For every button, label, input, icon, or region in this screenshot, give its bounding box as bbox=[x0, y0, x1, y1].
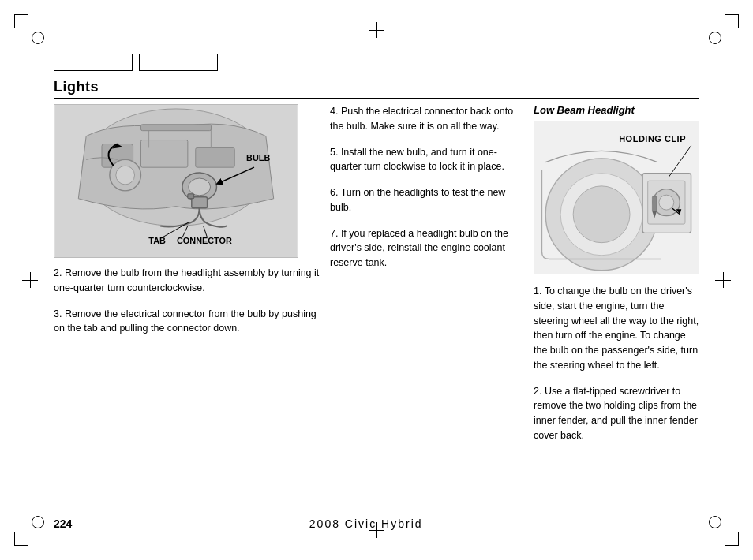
step-5-text: 5. Install the new bulb, and turn it one… bbox=[330, 145, 521, 175]
step-2-text: 2. Remove the bulb from the headlight as… bbox=[54, 266, 322, 296]
crosshair-right bbox=[715, 272, 731, 288]
main-content: BULB TAB CONNECTOR 2. Remove the bulb fr… bbox=[54, 104, 699, 506]
corner-mark-tr bbox=[725, 14, 739, 28]
crosshair-left bbox=[22, 272, 38, 288]
svg-text:BULB: BULB bbox=[246, 153, 270, 162]
low-beam-title: Low Beam Headlight bbox=[534, 104, 699, 116]
section-divider bbox=[54, 98, 699, 99]
holding-clip-label: HOLDING CLIP bbox=[619, 134, 686, 144]
headlight-diagram: BULB TAB CONNECTOR bbox=[54, 104, 298, 258]
svg-rect-28 bbox=[652, 196, 657, 211]
left-column: BULB TAB CONNECTOR 2. Remove the bulb fr… bbox=[54, 104, 322, 506]
svg-point-8 bbox=[189, 178, 211, 196]
corner-mark-bl bbox=[14, 532, 28, 546]
crosshair-top bbox=[369, 22, 384, 38]
svg-rect-10 bbox=[188, 194, 194, 199]
step-3-text: 3. Remove the electrical connector from … bbox=[54, 307, 322, 337]
svg-point-6 bbox=[116, 166, 135, 185]
section-header: Lights bbox=[54, 79, 699, 99]
step-4-text: 4. Push the electrical connector back on… bbox=[330, 104, 521, 134]
footer: 224 2008 Civic Hybrid bbox=[54, 517, 699, 530]
step-6-text: 6. Turn on the headlights to test the ne… bbox=[330, 185, 521, 215]
circle-mark-bl bbox=[32, 516, 44, 528]
low-beam-diagram: HOLDING CLIP bbox=[534, 121, 699, 274]
footer-title: 2008 Civic Hybrid bbox=[309, 517, 423, 530]
diagram-svg: BULB TAB CONNECTOR bbox=[54, 105, 298, 257]
svg-rect-11 bbox=[140, 125, 211, 131]
svg-point-25 bbox=[659, 195, 674, 210]
low-beam-svg bbox=[534, 121, 699, 274]
svg-text:CONNECTOR: CONNECTOR bbox=[177, 236, 232, 245]
svg-rect-4 bbox=[196, 147, 234, 167]
circle-mark-br bbox=[709, 516, 721, 528]
right-step-2-text: 2. Use a flat-tipped screwdriver to remo… bbox=[534, 384, 699, 443]
circle-mark-tl bbox=[32, 32, 44, 44]
page-number: 224 bbox=[54, 517, 72, 530]
right-column: Low Beam Headlight HOLDING CLIP bbox=[527, 104, 699, 506]
tab-1[interactable] bbox=[54, 54, 133, 71]
svg-text:TAB: TAB bbox=[148, 236, 166, 245]
step-7-text: 7. If you replaced a headlight bulb on t… bbox=[330, 226, 521, 271]
header-tabs bbox=[54, 54, 218, 71]
right-step-1-text: 1. To change the bulb on the driver's si… bbox=[534, 284, 699, 373]
circle-mark-tr bbox=[709, 32, 721, 44]
middle-column: 4. Push the electrical connector back on… bbox=[322, 104, 527, 506]
svg-point-21 bbox=[573, 186, 630, 243]
section-title: Lights bbox=[54, 79, 699, 95]
tab-2[interactable] bbox=[139, 54, 218, 71]
corner-mark-tl bbox=[14, 14, 28, 28]
svg-rect-3 bbox=[140, 140, 187, 168]
corner-mark-br bbox=[725, 532, 739, 546]
